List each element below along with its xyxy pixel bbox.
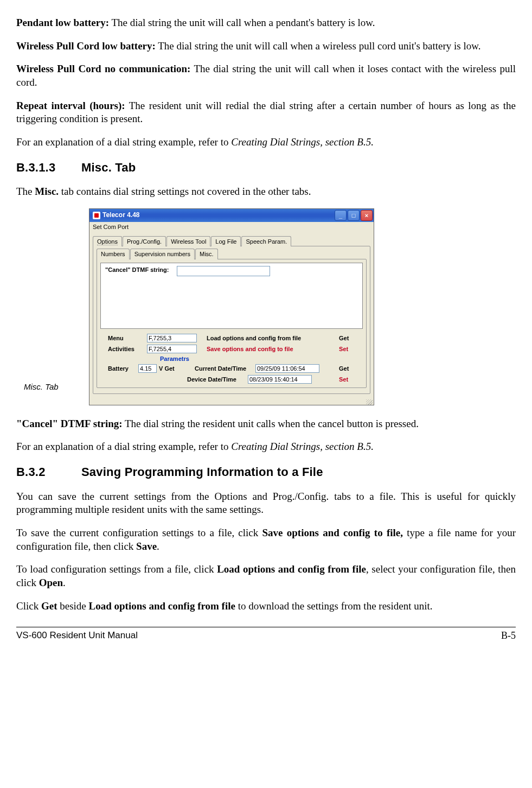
para-b32-4: Click Get beside Load options and config… [16,600,516,613]
save-options-link[interactable]: Save options and config to file [207,345,293,353]
set-datetime-button[interactable]: Set [339,376,363,383]
get-load-button[interactable]: Get [339,334,363,342]
resize-grip-icon[interactable] [366,399,373,405]
close-button[interactable]: × [361,210,373,221]
intro-b313: The Misc. tab contains dial string setti… [16,185,516,199]
tabstrip-top: Options Prog./Config. Wireless Tool Log … [93,236,370,246]
tab-log-file[interactable]: Log File [211,236,241,246]
def-pendant-low: Pendant low battery: The dial string the… [16,16,516,30]
device-datetime-label: Device Date/Time [187,376,248,383]
menu-label: Menu [100,334,147,342]
xref-dial-strings-2: For an explanation of a dial string exam… [16,440,516,454]
battery-label: Battery [100,365,138,372]
battery-unit-get[interactable]: V Get [157,365,195,372]
tab-numbers[interactable]: Numbers [97,249,130,259]
heading-b32: B.3.2Saving Programming Information to a… [16,465,516,480]
set-save-button[interactable]: Set [339,345,363,353]
get-datetime-button[interactable]: Get [339,365,363,372]
def-cancel-dtmf: "Cancel" DTMF string: The dial string th… [16,417,516,431]
para-b32-3: To load configuration settings from a fi… [16,563,516,589]
cancel-dtmf-input[interactable] [177,266,270,276]
activities-input[interactable]: F,7255,4 [147,345,197,353]
device-datetime-input[interactable]: 08/23/09 15:40:14 [248,375,312,384]
xref-dial-strings-1: For an explanation of a dial string exam… [16,136,516,149]
tab-supervision-numbers[interactable]: Supervision numbers [130,249,195,259]
tab-wireless-tool[interactable]: Wireless Tool [166,236,210,246]
menubar-set-com-port[interactable]: Set Com Port [89,222,374,234]
footer-right: B-5 [501,630,516,642]
misc-panel: "Cancel" DTMF string: [100,263,363,329]
tabstrip-inner: Numbers Supervision numbers Misc. [97,249,367,259]
app-icon [93,212,100,219]
heading-b313: B.3.1.3Misc. Tab [16,160,516,176]
page-footer: VS-600 Resident Unit Manual B-5 [16,627,516,642]
tab-speech-param[interactable]: Speech Param. [241,236,291,246]
parametrs-label: Parametrs [100,355,363,363]
def-repeat: Repeat interval (hours): The resident un… [16,99,516,126]
current-datetime-label: Current Date/Time [195,365,255,372]
tab-options[interactable]: Options [93,236,122,246]
footer-left: VS-600 Resident Unit Manual [16,630,138,642]
para-b32-2: To save the current configuration settin… [16,526,516,553]
titlebar[interactable]: Telecor 4.48 _ □ × [89,209,374,222]
screenshot-window: Telecor 4.48 _ □ × Set Com Port Options … [89,208,374,405]
cancel-dtmf-label: "Cancel" DTMF string: [105,266,169,274]
para-b32-1: You can save the current settings from t… [16,490,516,517]
window-title: Telecor 4.48 [102,211,335,220]
minimize-button[interactable]: _ [335,210,347,221]
menu-input[interactable]: F,7255,3 [147,334,197,342]
current-datetime-input[interactable]: 09/25/09 11:06:54 [255,364,319,373]
activities-label: Activities [100,345,147,353]
tab-prog-config[interactable]: Prog./Config. [123,236,166,246]
battery-value: 4.15 [138,364,157,373]
figure-caption: Misc. Tab [16,382,89,405]
load-options-link[interactable]: Load options and config from file [207,334,301,342]
def-wpc-low: Wireless Pull Cord low battery: The dial… [16,40,516,53]
def-wpc-nocom: Wireless Pull Cord no communication: The… [16,62,516,89]
maximize-button[interactable]: □ [348,210,360,221]
tab-misc[interactable]: Misc. [195,249,218,259]
